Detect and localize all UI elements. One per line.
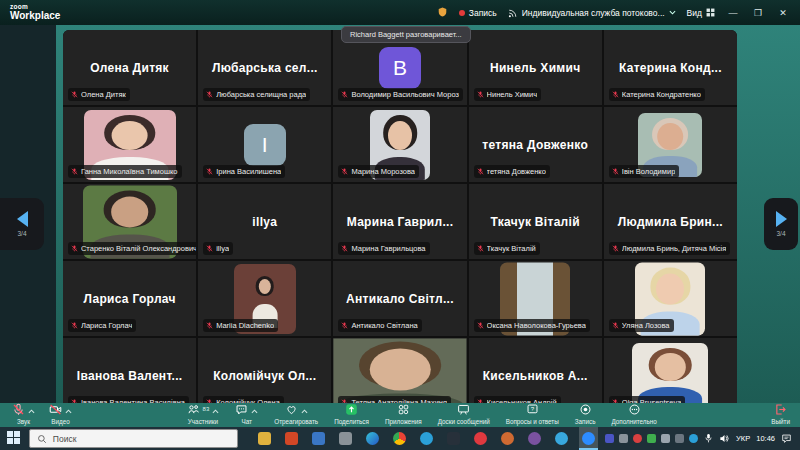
participant-tile[interactable]: Ткачук ВіталійТкачук Віталій — [469, 184, 602, 259]
language-indicator[interactable]: УКР — [736, 434, 750, 443]
start-button[interactable] — [7, 431, 22, 446]
label-text: Ткачук Віталій — [487, 244, 536, 253]
participant-tile[interactable]: Старенко Віталій Олександрович — [63, 184, 196, 259]
participant-name-label: тетяна Довженко — [474, 165, 550, 178]
participant-tile[interactable]: тетяна Довженкотетяна Довженко — [469, 107, 602, 182]
viber-icon[interactable] — [525, 427, 544, 450]
video-button[interactable]: Видео — [49, 405, 72, 425]
participant-display-name: Коломійчук Ол... — [200, 369, 329, 383]
apps-button[interactable]: Приложения — [385, 405, 422, 425]
participant-tile[interactable]: Лариса ГорлачЛариса Горлач — [63, 261, 196, 336]
face-shape — [655, 353, 685, 381]
participant-name-label: Марина Гаврильцова — [338, 242, 429, 255]
edge-icon[interactable] — [363, 427, 382, 450]
muted-mic-icon — [612, 321, 619, 330]
participant-tile[interactable]: Любарська сел...Любарська селищна рада — [198, 30, 331, 105]
participant-tile[interactable]: Кисельников А...Кисельников Андрій — [469, 338, 602, 403]
more-button[interactable]: Дополнительно — [611, 405, 656, 425]
participant-tile[interactable]: Оксана Наволокова-Гурьева — [469, 261, 602, 336]
leave-button[interactable]: Выйти — [771, 405, 790, 425]
participant-tile[interactable]: Уляна Лозова — [604, 261, 737, 336]
chevron-up-icon[interactable] — [65, 409, 72, 414]
previous-page-button[interactable]: 3/4 — [0, 198, 44, 250]
participant-tile[interactable]: IІрина Василишена — [198, 107, 331, 182]
participant-tile[interactable]: Нинель ХимичНинель Химич — [469, 30, 602, 105]
photos-app-icon[interactable] — [498, 427, 517, 450]
video-icon — [49, 403, 62, 419]
participant-name-label: Людмила Бринь, Дитяча Місія — [609, 242, 731, 255]
minimize-button[interactable]: — — [726, 8, 740, 18]
camera-tray-icon[interactable] — [619, 434, 628, 443]
page-indicator: 3/4 — [17, 230, 26, 237]
participant-tile[interactable]: Катерина Конд...Катерина Кондратенко — [604, 30, 737, 105]
file-explorer-icon[interactable] — [255, 427, 274, 450]
participant-tile[interactable]: Марина Гаврил...Марина Гаврильцова — [333, 184, 466, 259]
boards-button[interactable]: Доски сообщений — [438, 405, 490, 425]
boards-icon — [457, 403, 470, 419]
chrome-icon[interactable] — [390, 427, 409, 450]
participants-button[interactable]: 83Участники — [187, 405, 220, 425]
telegram-tray-icon[interactable] — [689, 434, 698, 443]
audio-button[interactable]: Звук — [12, 405, 35, 425]
volume-icon[interactable] — [719, 433, 730, 444]
live-stream-selector[interactable]: Индивидуальная служба потоково... — [508, 8, 676, 18]
participant-tile[interactable]: Тетяна Анатоліївна Махиня — [333, 338, 466, 403]
view-button[interactable]: Вид — [687, 8, 715, 18]
participant-tile[interactable]: Людмила Брин...Людмила Бринь, Дитяча Міс… — [604, 184, 737, 259]
share-button[interactable]: Поделиться — [334, 405, 369, 425]
close-button[interactable]: ✕ — [776, 8, 790, 18]
participant-tile[interactable]: Олена ДитякОлена Дитяк — [63, 30, 196, 105]
record-tray-icon[interactable] — [633, 434, 642, 443]
onedrive-tray-icon[interactable] — [675, 434, 684, 443]
participant-tile[interactable]: Ганна Миколаївна Тимошко — [63, 107, 196, 182]
chevron-up-icon[interactable] — [251, 409, 258, 414]
search-input[interactable]: Поиск — [29, 429, 238, 448]
participant-tile[interactable]: Коломійчук Ол...Коломійчук Олена — [198, 338, 331, 403]
label-text: Любарська селищна рада — [216, 90, 306, 99]
participant-tile[interactable]: Olga Brusentseva — [604, 338, 737, 403]
record-button[interactable]: Запись — [575, 405, 596, 425]
skype-icon[interactable] — [552, 427, 571, 450]
antivirus-tray-icon[interactable] — [647, 434, 656, 443]
participant-name-label: Олена Дитяк — [68, 88, 130, 101]
muted-mic-icon — [71, 90, 78, 99]
participant-name-label: Антикало Світлана — [338, 319, 421, 332]
chevron-up-icon[interactable] — [301, 409, 308, 414]
muted-mic-icon — [612, 167, 619, 176]
participant-tile[interactable]: Іванова Валент...Іванова Валентина Васил… — [63, 338, 196, 403]
outlook-icon[interactable] — [309, 427, 328, 450]
clock[interactable]: 10:46 — [756, 434, 775, 443]
participant-tile[interactable]: Mariia Diachenko — [198, 261, 331, 336]
zoom-app-icon[interactable] — [579, 427, 598, 450]
chat-button[interactable]: Чат — [235, 405, 258, 425]
muted-mic-icon — [477, 90, 484, 99]
participant-tile[interactable]: Марина Морозова — [333, 107, 466, 182]
face-shape — [658, 123, 684, 150]
powerpoint-icon[interactable] — [282, 427, 301, 450]
stream-label: Индивидуальная служба потоково... — [522, 8, 665, 18]
participant-tile[interactable]: Івін Володимир — [604, 107, 737, 182]
next-page-button[interactable]: 3/4 — [764, 198, 798, 250]
chevron-up-icon[interactable] — [212, 409, 219, 414]
action-center-icon[interactable] — [781, 433, 792, 444]
participant-tile[interactable]: illyaillya — [198, 184, 331, 259]
chevron-up-icon[interactable] — [28, 409, 35, 414]
teams-tray-icon[interactable] — [605, 434, 614, 443]
react-button[interactable]: Отреагировать — [274, 405, 318, 425]
record-icon — [579, 403, 592, 419]
qa-button[interactable]: ?Вопросы и ответы — [506, 405, 559, 425]
vscode-icon[interactable] — [444, 427, 463, 450]
toolbar-button-label: Вопросы и ответы — [506, 419, 559, 425]
participant-name-label: Лариса Горлач — [68, 319, 136, 332]
settings-app-icon[interactable] — [336, 427, 355, 450]
hidden-icons-tray-icon[interactable] — [661, 434, 670, 443]
microphone-tray-icon[interactable] — [704, 433, 713, 444]
participant-name-label: Ткачук Віталій — [474, 242, 540, 255]
muted-mic-icon — [71, 244, 78, 253]
opera-icon[interactable] — [471, 427, 490, 450]
telegram-icon[interactable] — [417, 427, 436, 450]
security-shield-icon[interactable] — [437, 6, 448, 20]
restore-button[interactable]: ❐ — [751, 8, 765, 18]
participant-tile[interactable]: Антикало Світл...Антикало Світлана — [333, 261, 466, 336]
label-text: Оксана Наволокова-Гурьева — [487, 321, 586, 330]
